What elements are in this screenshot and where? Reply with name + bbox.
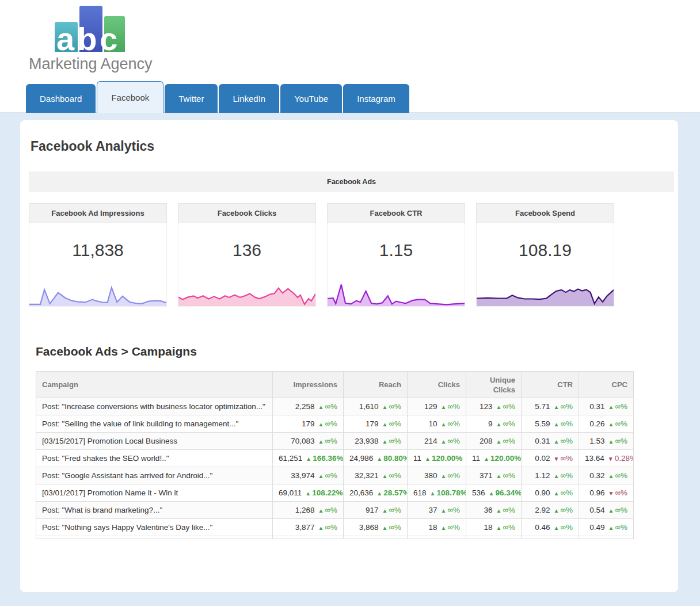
tab-dashboard[interactable]: Dashboard — [26, 84, 96, 113]
delta-percent: ∞% — [615, 402, 627, 411]
column-header-clicks: Clicks — [408, 372, 466, 398]
metric-cell-value: 214 — [424, 437, 438, 445]
delta-percent: ∞% — [615, 437, 627, 445]
tab-label: Twitter — [178, 94, 204, 104]
metric-cell: 1.12▲∞% — [522, 467, 579, 484]
metric-cell-value: 179 — [366, 419, 379, 428]
up-triangle-icon: ▲ — [382, 404, 387, 410]
metric-cell-value: 0.26 — [589, 419, 604, 428]
up-triangle-icon: ▲ — [496, 438, 501, 445]
analytics-card: Facebook Analytics Facebook Ads Facebook… — [20, 120, 678, 592]
metric-cell: 11▲120.00% — [466, 450, 522, 467]
delta-percent: ∞% — [389, 471, 401, 480]
metric-cell-value: 37 — [428, 506, 437, 514]
metric-cell-value: 61,251 — [279, 454, 302, 463]
up-triangle-icon: ▲ — [553, 525, 559, 531]
metric-cell-value: 1,610 — [359, 402, 379, 411]
metric-cell-value: 20,636 — [349, 488, 373, 497]
delta-percent: ∞% — [389, 419, 401, 428]
metric-cell-value: 0.32 — [589, 471, 604, 480]
delta-percent: 0.28% — [615, 454, 634, 463]
campaign-cell: Post: "Nothing says Happy Valentine's Da… — [36, 519, 273, 536]
sparkline-chart — [178, 276, 315, 306]
delta-percent: ∞% — [615, 471, 627, 480]
tab-linkedin[interactable]: LinkedIn — [219, 84, 279, 113]
table-row: Post: "Increase conversions with busines… — [36, 398, 634, 415]
delta-percent: ∞% — [325, 437, 337, 445]
tab-twitter[interactable]: Twitter — [165, 84, 218, 113]
metric-cell-value: 3,868 — [359, 523, 379, 532]
up-triangle-icon: ▲ — [608, 404, 614, 410]
delta-percent: 108.78% — [436, 488, 466, 497]
tab-instagram[interactable]: Instagram — [343, 84, 409, 113]
page-header: abc Marketing Agency DashboardFacebookTw… — [0, 0, 700, 113]
column-header-reach: Reach — [344, 372, 408, 398]
table-row: Post: "Selling the value of link buildin… — [36, 415, 634, 433]
logo-letters: abc — [56, 23, 121, 55]
metric-title: Facebook CTR — [327, 203, 465, 223]
metric-cell-value: 0.49 — [589, 523, 604, 532]
metric-cell-value: 3,877 — [295, 523, 315, 532]
up-triangle-icon: ▲ — [440, 473, 446, 479]
delta-percent: ∞% — [503, 506, 515, 514]
down-triangle-icon: ▼ — [553, 456, 559, 462]
delta-percent: ∞% — [503, 437, 515, 445]
metric-cell: 536▲96.34% — [466, 484, 522, 502]
metric-value: 1.15 — [328, 240, 465, 260]
metric-cell: 1,610▲∞% — [344, 398, 408, 415]
metric-cell: 69,011▲108.22% — [273, 484, 344, 502]
metric-card: Facebook CTR 1.15 — [327, 203, 465, 307]
table-row: [03/15/2017] Promotion Local Business70,… — [36, 433, 634, 450]
metric-cell: 179▲∞% — [344, 415, 408, 433]
delta-percent: ∞% — [325, 402, 337, 411]
metric-cell-value: 0.96 — [589, 488, 604, 497]
metric-cell: 214▲∞% — [408, 433, 466, 450]
delta-percent: ∞% — [615, 488, 627, 497]
metric-cell: 0.31▲∞% — [579, 398, 634, 415]
tab-youtube[interactable]: YouTube — [280, 84, 342, 113]
metric-cell-value: 70,083 — [291, 437, 314, 445]
up-triangle-icon: ▲ — [553, 507, 559, 514]
metric-cell-value: 13.64 — [585, 454, 604, 463]
logo-subtitle: Marketing Agency — [29, 55, 700, 73]
metric-cell: 2,258▲∞% — [273, 398, 344, 415]
metric-cell: 0.96▼∞% — [579, 484, 634, 502]
metric-cell-value: 0.31 — [589, 402, 604, 411]
sparkline-chart — [29, 276, 166, 306]
up-triangle-icon: ▲ — [608, 473, 614, 479]
metric-cell-value: 5.71 — [535, 402, 550, 411]
metric-cell-value: 129 — [424, 402, 438, 411]
up-triangle-icon: ▲ — [496, 525, 501, 531]
delta-percent: ∞% — [503, 471, 515, 480]
up-triangle-icon: ▲ — [496, 421, 501, 427]
tab-label: LinkedIn — [233, 94, 265, 104]
metric-cell-value: 33,974 — [291, 471, 314, 480]
metric-cell: 9▲∞% — [466, 415, 522, 433]
metric-value: 11,838 — [29, 240, 166, 260]
metric-cell: 0.54▲∞% — [579, 502, 634, 519]
table-row: Post: "Google Assistant has arrived for … — [36, 467, 634, 484]
metric-cell: 0.31▲∞% — [522, 433, 579, 450]
metric-cell: 5.71▲∞% — [522, 398, 579, 415]
delta-percent: ∞% — [325, 471, 337, 480]
delta-percent: ∞% — [615, 506, 627, 514]
delta-percent: ∞% — [325, 419, 337, 428]
delta-percent: ∞% — [560, 454, 573, 463]
tab-facebook[interactable]: Facebook — [97, 81, 163, 113]
metric-cell: 917▲∞% — [344, 502, 408, 519]
up-triangle-icon: ▲ — [425, 456, 431, 462]
up-triangle-icon: ▲ — [440, 507, 446, 514]
up-triangle-icon: ▲ — [553, 421, 559, 427]
metric-cell: 0.26▲∞% — [579, 415, 634, 433]
column-header-cpc: CPC — [579, 372, 634, 398]
up-triangle-icon: ▲ — [440, 525, 446, 531]
metric-cell: 11▲120.00% — [408, 450, 466, 467]
delta-percent: ∞% — [389, 402, 401, 411]
campaign-cell: Post: "Selling the value of link buildin… — [36, 415, 273, 433]
metric-cell-value: 371 — [480, 471, 493, 480]
up-triangle-icon: ▲ — [318, 525, 324, 531]
metric-title: Facebook Ad Impressions — [29, 203, 167, 223]
metric-cell: 37▲∞% — [408, 502, 466, 519]
up-triangle-icon: ▲ — [440, 438, 446, 445]
metric-cell: 18▲∞% — [466, 519, 522, 536]
